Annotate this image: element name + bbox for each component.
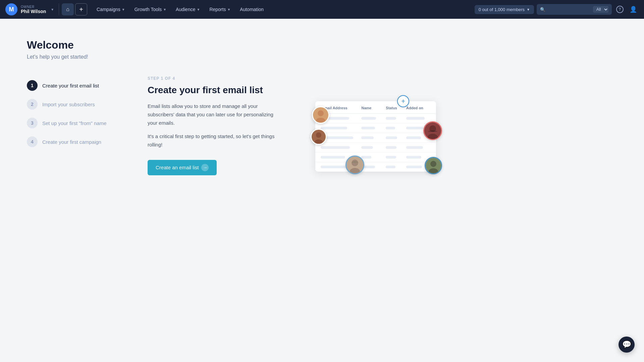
- brand-logo: M: [5, 3, 17, 15]
- cell-placeholder: [406, 166, 422, 168]
- table-row: [315, 162, 436, 172]
- growth-tools-label: Growth Tools: [135, 7, 162, 12]
- step-1-label: Create your first email list: [42, 83, 99, 88]
- brand-name: Phil Wilson: [21, 9, 46, 14]
- main-content: Welcome Let's help you get started! 1 Cr…: [0, 19, 470, 217]
- members-chevron-icon: ▼: [527, 8, 530, 11]
- search-box: 🔍 All: [537, 4, 612, 15]
- table-row: [315, 153, 436, 162]
- cell-placeholder: [386, 117, 396, 120]
- avatar-5: [425, 157, 442, 174]
- automation-menu[interactable]: Automation: [236, 4, 268, 15]
- help-button[interactable]: ?: [614, 4, 625, 15]
- col-name: Name: [361, 106, 386, 110]
- steps-layout: 1 Create your first email list 2 Import …: [27, 76, 443, 197]
- content-body-1: Email lists allow you to store and manag…: [148, 102, 282, 127]
- step-4-label: Create your first campaign: [42, 139, 101, 145]
- col-added: Added on: [406, 106, 431, 110]
- user-icon: 👤: [630, 6, 637, 13]
- content-title: Create your first email list: [148, 85, 282, 96]
- step-1-item[interactable]: 1 Create your first email list: [27, 76, 121, 95]
- campaigns-menu[interactable]: Campaigns ▼: [93, 4, 129, 15]
- table-row: [315, 114, 436, 123]
- add-circle-icon: +: [397, 95, 409, 107]
- brand-owner-label: Owner: [21, 5, 46, 9]
- reports-menu[interactable]: Reports ▼: [205, 4, 234, 15]
- cell-placeholder: [386, 136, 397, 139]
- reports-label: Reports: [209, 7, 226, 12]
- campaigns-chevron-icon: ▼: [122, 8, 125, 11]
- step-4-circle: 4: [27, 136, 38, 147]
- step-1-circle: 1: [27, 80, 38, 91]
- navbar-right: 0 out of 1,000 members ▼ 🔍 All ? 👤: [475, 4, 639, 15]
- step-2-label: Import your subscribers: [42, 102, 95, 107]
- svg-point-7: [316, 132, 321, 138]
- table-header: E-mail Address Name Status Added on: [315, 101, 436, 114]
- table-row: [315, 123, 436, 133]
- cell-placeholder: [361, 117, 376, 120]
- members-count: 0 out of 1,000 members: [479, 7, 525, 12]
- illustration-area: + E-mail Address Name Status Added on: [309, 76, 443, 197]
- create-email-list-button[interactable]: Create an email list →: [148, 160, 217, 175]
- cell-placeholder: [406, 156, 421, 159]
- cell-placeholder: [406, 146, 423, 149]
- email-table-mockup: + E-mail Address Name Status Added on: [315, 101, 436, 172]
- audience-menu[interactable]: Audience ▼: [172, 4, 204, 15]
- home-button[interactable]: ⌂: [62, 3, 74, 15]
- svg-point-10: [352, 160, 358, 166]
- step-indicator: STEP 1 OF 4: [148, 76, 282, 81]
- growth-tools-chevron-icon: ▼: [163, 8, 166, 11]
- audience-label: Audience: [176, 7, 195, 12]
- avatar-1: [312, 106, 329, 124]
- step-3-label: Set up your first "from" name: [42, 120, 107, 126]
- cell-placeholder: [321, 156, 345, 159]
- steps-sidebar: 1 Create your first email list 2 Import …: [27, 76, 121, 151]
- search-icon: 🔍: [540, 7, 545, 12]
- cell-placeholder: [361, 136, 373, 139]
- step-4-item[interactable]: 4 Create your first campaign: [27, 132, 121, 151]
- campaigns-label: Campaigns: [97, 7, 120, 12]
- table-row: [315, 133, 436, 143]
- nav-links: Campaigns ▼ Growth Tools ▼ Audience ▼ Re…: [93, 4, 475, 15]
- step-3-circle: 3: [27, 118, 38, 128]
- audience-chevron-icon: ▼: [197, 8, 200, 11]
- add-button[interactable]: +: [75, 3, 87, 15]
- cell-placeholder: [386, 156, 396, 159]
- search-input[interactable]: [547, 7, 591, 12]
- cell-placeholder: [321, 127, 347, 129]
- search-filter-select[interactable]: All: [593, 6, 608, 13]
- cell-placeholder: [386, 146, 396, 149]
- content-area: STEP 1 OF 4 Create your first email list…: [148, 76, 282, 175]
- avatar-3: [311, 129, 327, 145]
- content-body-2: It's a critical first step to getting st…: [148, 132, 282, 149]
- cell-placeholder: [406, 127, 423, 129]
- create-btn-label: Create an email list: [156, 165, 199, 170]
- automation-label: Automation: [240, 7, 264, 12]
- step-2-item[interactable]: 2 Import your subscribers: [27, 95, 121, 114]
- chat-icon: 💬: [622, 340, 631, 349]
- cell-placeholder: [406, 117, 425, 120]
- cell-placeholder: [361, 146, 373, 149]
- chat-fab-button[interactable]: 💬: [619, 337, 635, 353]
- page-subtitle: Let's help you get started!: [27, 54, 443, 60]
- step-2-circle: 2: [27, 99, 38, 110]
- reports-chevron-icon: ▼: [227, 8, 230, 11]
- cell-placeholder: [406, 136, 421, 139]
- cell-placeholder: [361, 156, 371, 159]
- create-btn-icon: →: [201, 164, 209, 171]
- svg-point-1: [318, 110, 324, 116]
- members-badge-button[interactable]: 0 out of 1,000 members ▼: [475, 5, 534, 14]
- avatar-4: [345, 156, 364, 174]
- step-3-item[interactable]: 3 Set up your first "from" name: [27, 114, 121, 132]
- brand-chevron-icon: ▼: [51, 8, 54, 11]
- page-title: Welcome: [27, 39, 443, 51]
- cell-placeholder: [386, 127, 395, 129]
- brand[interactable]: M Owner Phil Wilson ▼: [5, 3, 59, 15]
- svg-point-13: [430, 161, 436, 167]
- avatar-2: [423, 121, 442, 140]
- cell-placeholder: [361, 127, 375, 129]
- brand-text: Owner Phil Wilson: [21, 5, 46, 14]
- table-row: [315, 143, 436, 153]
- growth-tools-menu[interactable]: Growth Tools ▼: [130, 4, 170, 15]
- user-profile-button[interactable]: 👤: [628, 4, 639, 15]
